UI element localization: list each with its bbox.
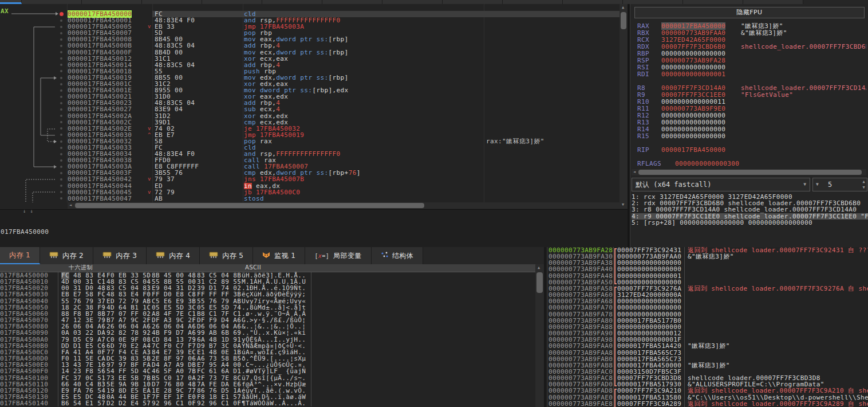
disasm-row[interactable]: 0000017FBA450044EDin eax,dx (68, 183, 620, 189)
top-tab-2[interactable]: 笔记 (82, 0, 142, 4)
top-tab-9[interactable]: 源代码 (503, 0, 563, 4)
row-dot-icon[interactable] (60, 166, 62, 168)
register-row-rflags[interactable]: RFLAGS0000000000000300 (637, 161, 866, 167)
bottom-tab-1[interactable]: 内存 1 (0, 247, 40, 264)
row-dot-icon[interactable] (60, 159, 62, 162)
top-tab-7[interactable]: 脚本 (382, 0, 443, 4)
disasm-row[interactable]: 0000017FBA450042v79 37jns 17FBA45007B (68, 176, 620, 182)
bottom-tab-2[interactable]: 内存 2 (40, 247, 93, 264)
dump-row[interactable]: 017FBA4500F014 23 F8 5654 FF 5D 4C46 5F … (0, 368, 535, 374)
top-tab-1[interactable]: 日志 (22, 0, 82, 4)
top-tab-cpu[interactable]: CPU (0, 0, 22, 4)
breakpoint-icon[interactable] (60, 12, 64, 16)
row-dot-icon[interactable] (60, 147, 62, 149)
stack-row[interactable]: 000000773AB9FA700000000000000000 (547, 304, 868, 311)
disasm-row[interactable]: 0000017FBA4500075Dpop rbp (68, 30, 620, 36)
top-tab-4[interactable]: 内存布局 (202, 0, 262, 4)
dump-row[interactable]: 017FBA450030EB E7 58 FC48 83 E4 F0FF D0 … (0, 291, 535, 298)
top-tab-6[interactable]: SEH (322, 0, 382, 4)
row-dot-icon[interactable] (60, 153, 62, 155)
row-dot-icon[interactable] (60, 38, 62, 41)
top-tab-8[interactable]: 符号 (443, 0, 503, 4)
disasm-row[interactable]: 0000017FBA45001C31C2xor edx,eax (68, 81, 620, 87)
disasm-row[interactable]: 0000017FBA45003AE8 C8FFFFFFcall 17FBA450… (68, 163, 620, 170)
hide-fpu-button[interactable]: 隐藏FPU (634, 7, 865, 18)
stack-row[interactable]: 000000773AB9FAE800007FF7F3C9A289返回到 shel… (547, 401, 868, 407)
bottom-tab-6[interactable]: 监视 1 (253, 247, 305, 264)
spinner-arrows-icon[interactable]: ▲▼ (862, 179, 865, 190)
call-argument-4[interactable]: 4: r9 00007FF7F3CC1EE0 shellcode_loader.… (632, 213, 868, 220)
disasm-row[interactable]: 0000017FBA45002131D0xor eax,edx (68, 93, 620, 100)
disasm-row[interactable]: 0000017FBA45002C39D1cmp ecx,edx (68, 119, 620, 126)
row-dot-icon[interactable] (60, 83, 62, 85)
row-dot-icon[interactable] (60, 45, 62, 47)
dump-row[interactable]: 017FBA450100FC 37 0C 5173 EE 5B 7BB5 C0 … (0, 375, 535, 381)
register-row-rdi[interactable]: RDI0000000000000001 (637, 71, 866, 78)
bottom-tab-7[interactable]: [x=]局部变量 (305, 247, 371, 264)
stack-row[interactable]: 000000773AB9FAA00000017FBA51A420"鏉冧痣3]娇" (547, 343, 868, 349)
disasm-row[interactable]: 0000017FBA450005vEB 33jmp 17FBA45003A (68, 24, 620, 30)
row-dot-icon[interactable] (60, 108, 62, 111)
disasm-gutter: AX (0, 4, 68, 202)
disasm-row[interactable]: 0000017FBA45001231C1xor ecx,eax (68, 56, 620, 62)
disasm-row[interactable]: 0000017FBA45001855push rbp (68, 68, 620, 75)
disasm-row[interactable]: 0000017FBA4500198B55 00mov edx,dword ptr… (68, 75, 620, 81)
row-dot-icon[interactable] (60, 19, 62, 22)
top-tab-11[interactable]: 线程 (623, 0, 683, 4)
disasm-row[interactable]: 0000017FBA45002348:83C5 04add rbp,4 (68, 100, 620, 106)
row-dot-icon[interactable] (60, 89, 62, 92)
disasm-row[interactable]: 0000017FBA45003F3B55 76cmp edx,dword ptr… (68, 170, 620, 176)
disasm-row[interactable]: 0000017FBA450045v72 79jb 17FBA4500C0 (68, 189, 620, 195)
call-argument-3[interactable]: 3: r8 00007FF7F3CD14A0 shellcode_loader.… (632, 206, 868, 213)
dump-row[interactable]: 017FBA4500900A 03 22 DA92 82 78 924B F9 … (0, 330, 535, 336)
disasm-vertical-scrollbar[interactable]: ▲ ▼ (620, 4, 628, 209)
disasm-row[interactable]: 0000017FBA45000148:83E4 F0and rsp,FFFFFF… (68, 17, 620, 24)
disasm-row[interactable]: 0000017FBA45000B48:83C5 04add rbp,4 (68, 42, 620, 49)
bottom-tab-5[interactable]: 内存 5 (200, 247, 253, 264)
top-tab-5[interactable]: 调用堆栈 (262, 0, 322, 4)
row-dot-icon[interactable] (60, 140, 62, 143)
top-tab-3[interactable]: 断点 (142, 0, 202, 4)
disasm-row[interactable]: 0000017FBA450038FFD0call rax (68, 157, 620, 163)
disasm-row[interactable]: 0000017FBA450000FCcld (68, 11, 620, 17)
disasm-row[interactable]: 0000017FBA4500088B45 00mov eax,dword ptr… (68, 36, 620, 42)
row-dot-icon[interactable] (60, 77, 62, 79)
stack-row[interactable]: 000000773AB9FAA80000017FBA565C73 (547, 350, 868, 356)
disasm-row[interactable]: 0000017FBA450033FCcld (68, 144, 620, 151)
top-tab-bar: CPU日志笔记断点内存布局调用堆栈SEH脚本符号源代码引用线程句柄跟踪 (0, 0, 868, 4)
call-argument-1[interactable]: 1: rcx 3127ED42A65F0000 3127ED42A65F0000 (632, 194, 868, 200)
disasm-row[interactable]: 0000017FBA45002Ev74 02je 17FBA450032 (68, 126, 620, 132)
disasm-row[interactable]: 0000017FBA45000F8B4D 00mov ecx,dword ptr… (68, 49, 620, 56)
row-dot-icon[interactable] (60, 96, 62, 98)
row-dot-icon[interactable] (60, 102, 62, 104)
register-row-rip[interactable]: RIP0000017FBA450000 (637, 147, 866, 154)
dump-row[interactable]: 017FBA450140B6 54 E1 57D2 D2 E4 5792 96 … (0, 400, 535, 406)
disasm-row[interactable]: 0000017FBA450047ABstosd (68, 195, 620, 202)
row-dot-icon[interactable] (60, 32, 62, 34)
row-dot-icon[interactable] (60, 172, 62, 174)
top-tab-13[interactable]: 跟踪 (743, 0, 803, 4)
registers-horizontal-scrollbar[interactable]: ◄ (632, 169, 866, 175)
disasm-horizontal-scrollbar[interactable]: ◄ (68, 202, 620, 209)
argument-count-spinner[interactable]: ▼ 5 ▲▼ (812, 178, 867, 191)
disasm-row[interactable]: 0000017FBA45002A31D2xor edx,edx (68, 113, 620, 119)
watch-icon (262, 252, 270, 260)
disasm-row[interactable]: 0000017FBA45001448:83C5 04add rbp,4 (68, 62, 620, 68)
calling-convention-select[interactable]: 默认 (x64 fastcall) ▼ (632, 178, 810, 191)
bottom-tab-3[interactable]: 内存 3 (93, 247, 147, 264)
dump-vertical-scrollbar[interactable]: ▲ (535, 264, 544, 407)
register-row-r15[interactable]: R150000000000000000 (637, 133, 866, 140)
top-tab-10[interactable]: 引用 (563, 0, 623, 4)
disasm-row[interactable]: 0000017FBA45002783E9 04sub ecx,4 (68, 106, 620, 112)
call-argument-5[interactable]: 5: [rsp+28] 0000000000000000 00000000000… (632, 220, 868, 226)
stack-row[interactable]: 000000773AB9FAD800007FF7F3C9A210返回到 shel… (547, 388, 868, 394)
bottom-tab-8[interactable]: 结构体 (372, 247, 423, 264)
call-argument-2[interactable]: 2: rdx 00007FF7F3CBD6B0 shellcode_loader… (632, 200, 868, 206)
top-tab-12[interactable]: 句柄 (683, 0, 743, 4)
disasm-row[interactable]: 0000017FBA45003258pop raxrax:"鏉冧痣3]娇" (68, 138, 620, 144)
disasm-row[interactable]: 0000017FBA45001E8955 00mov dword ptr ss:… (68, 87, 620, 93)
stack-row[interactable]: 000000773AB9FA400000000000000000 (547, 266, 868, 272)
bottom-tab-4[interactable]: 内存 4 (147, 247, 200, 264)
disasm-row[interactable]: 0000017FBA45003448:83E4 F0and rsp,FFFFFF… (68, 151, 620, 157)
row-dot-icon[interactable] (60, 26, 62, 28)
